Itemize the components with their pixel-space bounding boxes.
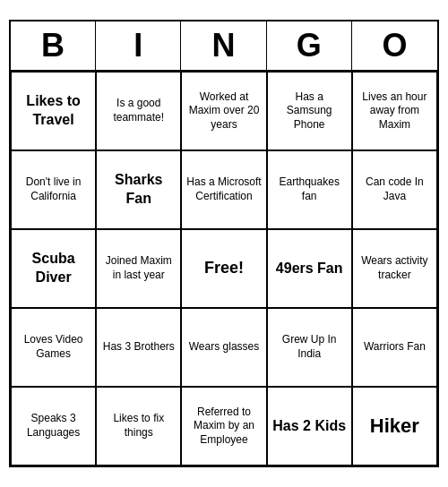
bingo-cell: Speaks 3 Languages	[11, 387, 96, 466]
bingo-cell: Hiker	[352, 387, 437, 466]
bingo-cell: Has a Microsoft Certification	[181, 150, 266, 229]
bingo-cell: Is a good teammate!	[96, 72, 181, 150]
bingo-cell: Don't live in California	[11, 150, 96, 229]
bingo-cell: Has a Samsung Phone	[267, 72, 352, 150]
bingo-cell: Scuba Diver	[11, 229, 96, 308]
bingo-cell: Has 3 Brothers	[96, 308, 181, 387]
header-letter: N	[181, 21, 266, 70]
bingo-cell: Wears glasses	[181, 308, 266, 387]
bingo-cell: Worked at Maxim over 20 years	[181, 72, 266, 150]
header-letter: G	[267, 21, 352, 70]
bingo-cell: Grew Up In India	[267, 308, 352, 387]
bingo-cell: Lives an hour away from Maxim	[352, 72, 437, 150]
bingo-card: BINGO Likes to TravelIs a good teammate!…	[9, 20, 439, 467]
bingo-cell: Warriors Fan	[352, 308, 437, 387]
bingo-header: BINGO	[11, 21, 437, 72]
header-letter: I	[96, 21, 181, 70]
bingo-cell: Wears activity tracker	[352, 229, 437, 308]
header-letter: O	[352, 21, 437, 70]
bingo-cell: Joined Maxim in last year	[96, 229, 181, 308]
bingo-cell: 49ers Fan	[267, 229, 352, 308]
bingo-cell: Referred to Maxim by an Employee	[181, 387, 266, 466]
bingo-cell: Likes to Travel	[11, 72, 96, 150]
bingo-grid: Likes to TravelIs a good teammate!Worked…	[11, 72, 437, 466]
bingo-cell: Has 2 Kids	[267, 387, 352, 466]
header-letter: B	[11, 21, 96, 70]
bingo-cell: Earthquakes fan	[267, 150, 352, 229]
bingo-cell: Free!	[181, 229, 266, 308]
bingo-cell: Sharks Fan	[96, 150, 181, 229]
bingo-cell: Loves Video Games	[11, 308, 96, 387]
bingo-cell: Likes to fix things	[96, 387, 181, 466]
bingo-cell: Can code In Java	[352, 150, 437, 229]
